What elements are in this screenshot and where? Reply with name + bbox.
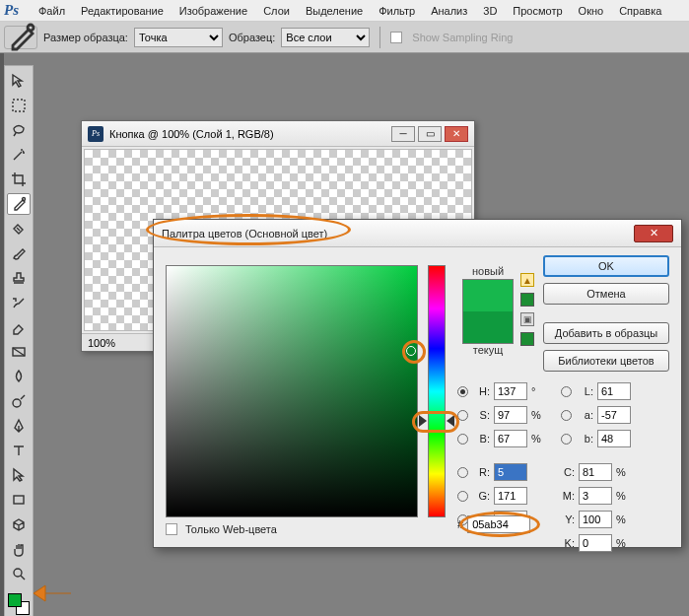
radio-s[interactable] [457, 410, 468, 421]
input-l[interactable] [597, 382, 631, 400]
input-b[interactable] [494, 430, 527, 447]
menu-help[interactable]: Справка [611, 5, 669, 17]
svg-point-0 [28, 25, 34, 31]
svg-rect-5 [14, 496, 24, 504]
path-select-tool-icon[interactable] [7, 464, 31, 486]
color-field[interactable] [166, 265, 418, 517]
active-tool-eyedropper-icon[interactable] [4, 26, 37, 49]
3d-tool-icon[interactable] [7, 513, 31, 535]
eyedropper-tool-icon[interactable] [7, 193, 31, 215]
websafe-swatch-icon[interactable] [520, 332, 534, 346]
eraser-tool-icon[interactable] [7, 316, 31, 338]
menu-filter[interactable]: Фильтр [371, 5, 423, 17]
unit-pct: % [616, 537, 628, 549]
label-m: M: [561, 490, 575, 502]
hue-slider[interactable] [428, 265, 446, 517]
maximize-button[interactable]: ▭ [418, 126, 442, 142]
menu-window[interactable]: Окно [571, 5, 612, 17]
heal-tool-icon[interactable] [7, 218, 31, 240]
gamut-warning-icon[interactable]: ▲ [520, 273, 534, 287]
menu-layer[interactable]: Слои [255, 5, 298, 17]
label-h: H: [472, 385, 490, 397]
color-swatches[interactable] [8, 593, 30, 615]
input-c[interactable] [579, 463, 612, 481]
menu-image[interactable]: Изображение [172, 5, 255, 17]
menu-view[interactable]: Просмотр [505, 5, 570, 17]
input-h[interactable] [494, 382, 527, 400]
brush-tool-icon[interactable] [7, 242, 31, 264]
menu-analysis[interactable]: Анализ [423, 5, 475, 17]
input-k[interactable] [579, 534, 612, 552]
menu-select[interactable]: Выделение [298, 5, 371, 17]
hex-input[interactable] [467, 515, 530, 533]
unit-deg: ° [531, 385, 543, 397]
toolbox [4, 65, 34, 616]
color-picker-titlebar[interactable]: Палитра цветов (Основной цвет) ✕ [154, 220, 681, 247]
picker-buttons: OK Отмена Добавить в образцы Библиотеки … [543, 255, 669, 372]
sample-size-select[interactable]: Точка [134, 28, 223, 47]
show-sampling-ring-checkbox[interactable] [390, 32, 402, 43]
dialog-close-button[interactable]: ✕ [634, 225, 673, 242]
websafe-warning-icon[interactable]: ▣ [520, 312, 534, 326]
input-g[interactable] [494, 487, 527, 505]
history-brush-tool-icon[interactable] [7, 292, 31, 313]
radio-lb[interactable] [561, 434, 572, 445]
input-lb[interactable] [597, 430, 631, 447]
svg-point-6 [14, 569, 22, 577]
marquee-tool-icon[interactable] [7, 95, 31, 116]
dodge-tool-icon[interactable] [7, 390, 31, 412]
label-l: L: [576, 385, 593, 397]
color-field-cursor[interactable] [406, 346, 416, 356]
hand-tool-icon[interactable] [7, 538, 31, 560]
input-a[interactable] [597, 406, 631, 424]
new-color-swatch[interactable] [463, 280, 513, 311]
menu-edit[interactable]: Редактирование [73, 5, 172, 17]
wand-tool-icon[interactable] [7, 144, 31, 166]
pen-tool-icon[interactable] [7, 415, 31, 437]
zoom-tool-icon[interactable] [7, 563, 31, 584]
gamut-swatch-icon[interactable] [520, 293, 534, 307]
web-colors-only[interactable]: Только Web-цвета [166, 523, 277, 535]
ok-button[interactable]: OK [543, 255, 669, 277]
shape-tool-icon[interactable] [7, 489, 31, 511]
label-a: a: [576, 409, 593, 421]
radio-r[interactable] [457, 467, 468, 478]
sample-layers-select[interactable]: Все слои [281, 28, 370, 47]
color-picker-dialog: Палитра цветов (Основной цвет) ✕ новый т… [153, 219, 682, 548]
label-y: Y: [561, 513, 575, 525]
hex-row: # [457, 515, 530, 533]
menu-3d[interactable]: 3D [475, 5, 505, 17]
type-tool-icon[interactable] [7, 440, 31, 461]
web-only-checkbox[interactable] [166, 523, 177, 535]
crop-tool-icon[interactable] [7, 169, 31, 190]
label-k: K: [561, 537, 575, 549]
document-title: Кнопка @ 100% (Слой 1, RGB/8) [109, 128, 274, 140]
add-swatch-button[interactable]: Добавить в образцы [543, 322, 669, 344]
input-s[interactable] [494, 406, 527, 424]
minimize-button[interactable]: ─ [391, 126, 415, 142]
radio-h[interactable] [457, 386, 468, 397]
input-r[interactable] [494, 463, 527, 481]
document-titlebar[interactable]: Ps Кнопка @ 100% (Слой 1, RGB/8) ─ ▭ ✕ [82, 121, 474, 147]
input-m[interactable] [579, 487, 612, 505]
color-picker-title: Палитра цветов (Основной цвет) [162, 228, 327, 240]
move-tool-icon[interactable] [7, 70, 31, 92]
color-libraries-button[interactable]: Библиотеки цветов [543, 350, 669, 372]
cancel-button[interactable]: Отмена [543, 283, 669, 305]
current-color-swatch[interactable] [463, 311, 513, 343]
radio-l[interactable] [561, 386, 572, 397]
blur-tool-icon[interactable] [7, 366, 31, 387]
close-button[interactable]: ✕ [445, 126, 468, 142]
radio-g[interactable] [457, 491, 468, 502]
unit-pct: % [616, 466, 628, 478]
gradient-tool-icon[interactable] [7, 341, 31, 363]
menu-file[interactable]: Файл [31, 5, 73, 17]
radio-a[interactable] [561, 410, 572, 421]
radio-b[interactable] [457, 434, 468, 445]
ps-file-icon: Ps [88, 126, 103, 142]
lasso-tool-icon[interactable] [7, 119, 31, 141]
input-y[interactable] [579, 511, 612, 528]
fg-color-swatch[interactable] [8, 593, 22, 607]
stamp-tool-icon[interactable] [7, 267, 31, 289]
label-b: B: [472, 433, 490, 445]
